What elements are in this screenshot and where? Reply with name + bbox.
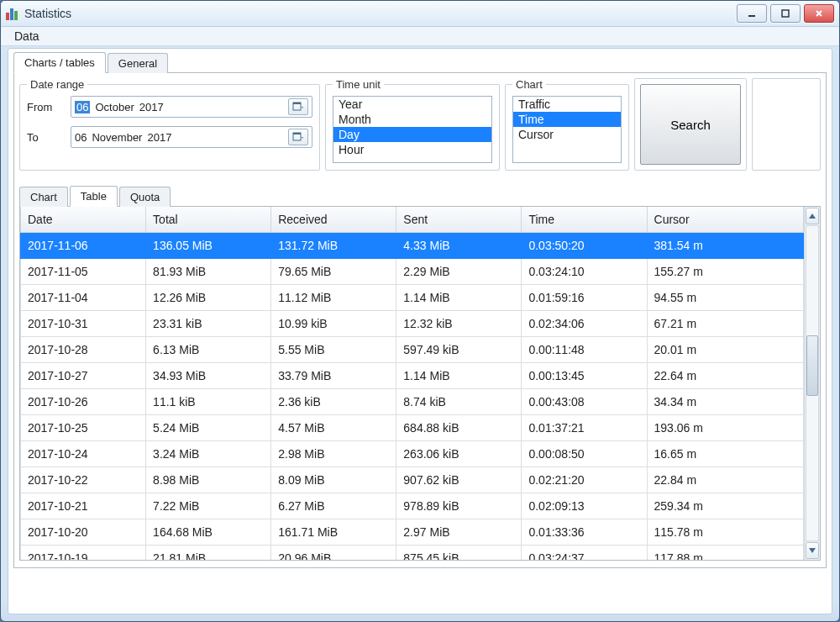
main-tab-body: Date range From 06 October 2017	[13, 73, 827, 568]
subtab-table[interactable]: Table	[70, 186, 118, 207]
cell-sent: 2.97 MiB	[396, 519, 522, 546]
table-row[interactable]: 2017-10-243.24 MiB2.98 MiB263.06 kiB0.00…	[21, 441, 804, 467]
col-date[interactable]: Date	[21, 207, 146, 233]
chart-listbox[interactable]: Traffic Time Cursor	[512, 96, 622, 163]
chart-opt-cursor[interactable]: Cursor	[513, 127, 621, 142]
subtab-quota[interactable]: Quota	[119, 187, 171, 207]
cell-cursor: 22.64 m	[647, 363, 803, 389]
scroll-thumb[interactable]	[806, 335, 818, 396]
table-row[interactable]: 2017-10-2734.93 MiB33.79 MiB1.14 MiB0.00…	[21, 363, 804, 389]
date-from-dropdown-icon[interactable]	[288, 98, 308, 115]
cell-total: 164.68 MiB	[146, 519, 271, 546]
time-unit-year[interactable]: Year	[333, 97, 491, 112]
svg-marker-11	[809, 548, 816, 553]
chart-opt-time[interactable]: Time	[513, 112, 621, 127]
col-sent[interactable]: Sent	[396, 207, 522, 233]
cell-time: 0.00:13:45	[522, 363, 647, 389]
cell-sent: 263.06 kiB	[396, 441, 522, 467]
scroll-down-icon[interactable]	[806, 542, 819, 559]
svg-marker-9	[302, 137, 303, 139]
time-unit-legend: Time unit	[333, 78, 384, 91]
statistics-table[interactable]: Date Total Received Sent Time Cursor 201…	[20, 207, 804, 560]
date-to-month: November	[92, 131, 142, 144]
cell-total: 6.13 MiB	[146, 337, 271, 363]
date-to-dropdown-icon[interactable]	[288, 129, 308, 145]
table-row[interactable]: 2017-10-1921.81 MiB20.96 MiB875.45 kiB0.…	[21, 546, 804, 561]
empty-panel	[752, 78, 821, 171]
chart-group: Chart Traffic Time Cursor	[505, 78, 629, 171]
cell-date: 2017-10-26	[21, 389, 146, 415]
col-cursor[interactable]: Cursor	[647, 207, 803, 233]
table-header-row[interactable]: Date Total Received Sent Time Cursor	[21, 207, 804, 233]
cell-cursor: 22.84 m	[647, 467, 803, 493]
cell-time: 0.00:43:08	[522, 389, 647, 415]
client-area: Charts / tables General Date range From …	[8, 48, 832, 614]
menu-data[interactable]: Data	[8, 28, 46, 45]
time-unit-day[interactable]: Day	[333, 127, 491, 142]
cell-total: 21.81 MiB	[146, 546, 271, 561]
tab-general[interactable]: General	[108, 53, 168, 73]
col-time[interactable]: Time	[522, 207, 647, 233]
table-row[interactable]: 2017-11-0412.26 MiB11.12 MiB1.14 MiB0.01…	[21, 285, 804, 311]
app-icon	[6, 7, 19, 20]
cell-total: 34.93 MiB	[146, 363, 271, 389]
time-unit-month[interactable]: Month	[333, 112, 491, 127]
date-to-picker[interactable]: 06 November 2017	[71, 126, 312, 148]
title-bar[interactable]: Statistics	[1, 1, 839, 27]
cell-cursor: 381.54 m	[647, 233, 803, 259]
table-row[interactable]: 2017-10-20164.68 MiB161.71 MiB2.97 MiB0.…	[21, 519, 804, 546]
table-row[interactable]: 2017-10-228.98 MiB8.09 MiB907.62 kiB0.02…	[21, 467, 804, 493]
cell-cursor: 117.88 m	[647, 546, 803, 561]
cell-sent: 684.88 kiB	[396, 415, 522, 441]
cell-total: 23.31 kiB	[146, 311, 271, 337]
table-row[interactable]: 2017-10-2611.1 kiB2.36 kiB8.74 kiB0.00:4…	[21, 389, 804, 415]
time-unit-listbox[interactable]: Year Month Day Hour	[333, 96, 492, 163]
tab-charts-tables[interactable]: Charts / tables	[13, 52, 106, 73]
scroll-up-icon[interactable]	[806, 208, 819, 224]
search-button[interactable]: Search	[640, 84, 741, 165]
cell-cursor: 115.78 m	[647, 519, 803, 546]
col-total[interactable]: Total	[146, 207, 271, 233]
table-row[interactable]: 2017-10-286.13 MiB5.55 MiB597.49 kiB0.00…	[21, 337, 804, 363]
scroll-track[interactable]	[806, 225, 819, 541]
cell-total: 81.93 MiB	[146, 259, 271, 285]
cell-cursor: 193.06 m	[647, 415, 803, 441]
subtab-chart[interactable]: Chart	[19, 187, 68, 207]
cell-cursor: 16.65 m	[647, 441, 803, 467]
date-from-year: 2017	[139, 101, 164, 113]
cell-total: 8.98 MiB	[146, 467, 271, 493]
cell-received: 4.57 MiB	[271, 415, 396, 441]
cell-received: 11.12 MiB	[271, 285, 396, 311]
cell-date: 2017-10-24	[21, 441, 146, 467]
cell-date: 2017-11-04	[21, 285, 146, 311]
cell-received: 2.98 MiB	[271, 441, 396, 467]
cell-date: 2017-11-06	[21, 233, 146, 259]
date-to-year: 2017	[147, 131, 171, 144]
cell-time: 0.00:08:50	[522, 441, 647, 467]
minimize-button[interactable]	[737, 4, 767, 23]
cell-received: 10.99 kiB	[271, 311, 396, 337]
cell-sent: 8.74 kiB	[396, 389, 522, 415]
vertical-scrollbar[interactable]	[804, 207, 820, 560]
cell-sent: 12.32 kiB	[396, 311, 522, 337]
cell-received: 161.71 MiB	[271, 519, 396, 546]
table-row[interactable]: 2017-10-217.22 MiB6.27 MiB978.89 kiB0.02…	[21, 493, 804, 519]
cell-received: 33.79 MiB	[271, 363, 396, 389]
date-range-legend: Date range	[27, 78, 87, 91]
table-row[interactable]: 2017-11-0581.93 MiB79.65 MiB2.29 MiB0.03…	[21, 259, 804, 285]
table-row[interactable]: 2017-10-3123.31 kiB10.99 kiB12.32 kiB0.0…	[21, 311, 804, 337]
col-received[interactable]: Received	[271, 207, 396, 233]
cell-date: 2017-10-31	[21, 311, 146, 337]
table-row[interactable]: 2017-11-06136.05 MiB131.72 MiB4.33 MiB0.…	[21, 233, 804, 259]
date-from-picker[interactable]: 06 October 2017	[71, 96, 312, 118]
maximize-button[interactable]	[770, 4, 801, 23]
chart-opt-traffic[interactable]: Traffic	[513, 97, 621, 112]
cell-time: 0.00:11:48	[522, 337, 647, 363]
window-title: Statistics	[24, 7, 71, 20]
cell-received: 2.36 kiB	[271, 389, 396, 415]
cell-received: 79.65 MiB	[271, 259, 396, 285]
svg-rect-5	[293, 103, 301, 104]
close-button[interactable]	[804, 4, 834, 23]
time-unit-hour[interactable]: Hour	[333, 142, 491, 157]
table-row[interactable]: 2017-10-255.24 MiB4.57 MiB684.88 kiB0.01…	[21, 415, 804, 441]
